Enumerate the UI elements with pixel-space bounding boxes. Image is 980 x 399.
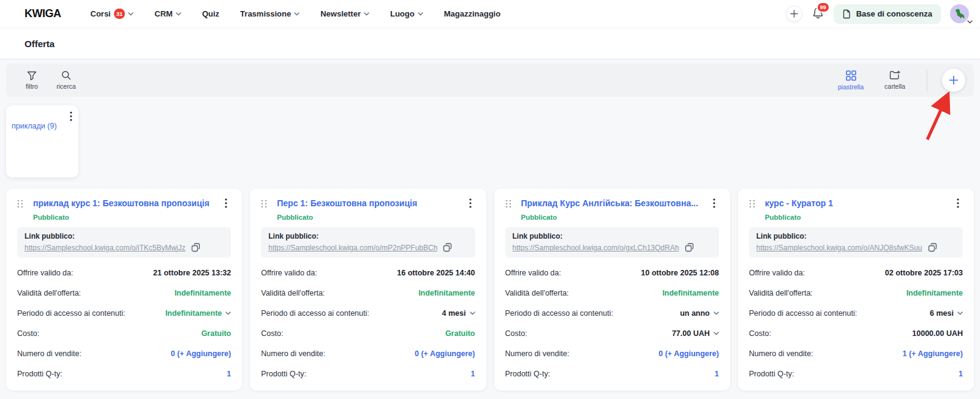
kebab-menu-icon: [70, 111, 72, 121]
valid-from-row: Offrire valido da: 21 ottobre 2025 13:32: [17, 263, 231, 283]
access-period-dropdown[interactable]: [225, 311, 231, 315]
access-period-row: Periodo di accesso ai contenuti: Indefin…: [17, 303, 231, 323]
toolbar-divider: [927, 69, 927, 91]
sales-value-add-link[interactable]: 0 (+ Aggiungere): [171, 349, 232, 358]
access-period-value: 4 mesi: [442, 309, 466, 318]
page-header: Offerta: [0, 28, 980, 59]
plus-icon: [949, 75, 959, 85]
products-label: Prodotti Q-ty:: [505, 370, 551, 378]
offer-card: Перс 1: Безкоштовна пропозиція Pubblicat…: [250, 188, 486, 390]
drag-handle-icon[interactable]: [505, 200, 511, 208]
sales-label: Numero di vendite:: [17, 349, 81, 358]
offer-menu-button[interactable]: [221, 197, 231, 212]
offer-title-link[interactable]: приклад курс 1: Безкоштовна пропозиція: [33, 197, 216, 209]
products-value[interactable]: 1: [959, 370, 963, 378]
cost-dropdown[interactable]: [714, 332, 719, 335]
nav-item-quiz[interactable]: Quiz: [202, 9, 219, 18]
public-link-label: Link pubblico:: [756, 231, 956, 242]
products-label: Prodotti Q-ty:: [17, 370, 62, 378]
copy-link-button[interactable]: [443, 243, 452, 252]
access-period-row: Periodo di accesso ai contenuti: 4 mesi: [261, 303, 475, 323]
offer-card: приклад курс 1: Безкоштовна пропозиція P…: [6, 188, 242, 390]
folder-card[interactable]: приклади (9): [6, 105, 78, 177]
public-link-url[interactable]: https://Sampleschool.kwiga.com/o/mP2nPPF…: [268, 244, 437, 252]
sales-value-add-link[interactable]: 0 (+ Aggiungere): [415, 349, 475, 358]
validity-label: Validità dell'offerta:: [505, 289, 569, 297]
offer-title-link[interactable]: Перс 1: Безкоштовна пропозиція: [277, 197, 460, 209]
access-period-dropdown[interactable]: [470, 311, 475, 315]
products-label: Prodotti Q-ty:: [749, 370, 794, 378]
create-folder-label: cartella: [884, 83, 905, 90]
products-value[interactable]: 1: [715, 370, 719, 378]
tile-view-label: piastrella: [838, 83, 864, 91]
sales-value-add-link[interactable]: 1 (+ Aggiungere): [902, 349, 963, 358]
dinosaur-icon: [953, 7, 967, 21]
offer-title-link[interactable]: курс - Куратор 1: [765, 197, 948, 209]
copy-link-button[interactable]: [685, 243, 694, 252]
copy-icon: [191, 243, 200, 252]
offer-menu-button[interactable]: [709, 197, 719, 212]
sales-value-add-link[interactable]: 0 (+ Aggiungere): [658, 349, 719, 358]
products-row: Prodotti Q-ty: 1: [505, 364, 719, 384]
products-value[interactable]: 1: [471, 370, 475, 378]
quick-add-button[interactable]: [786, 6, 802, 22]
offer-menu-button[interactable]: [466, 197, 475, 212]
filter-button[interactable]: filtro: [15, 71, 49, 90]
access-period-value: un anno: [680, 309, 710, 318]
access-period-label: Periodo di accesso ai contenuti:: [749, 309, 858, 318]
offer-menu-button[interactable]: [953, 197, 963, 212]
public-link-url[interactable]: https://Sampleschool.kwiga.com/o/jTKc5By…: [24, 244, 186, 252]
search-button[interactable]: ricerca: [49, 70, 83, 90]
create-folder-button[interactable]: cartella: [878, 70, 912, 90]
add-offer-button[interactable]: [942, 69, 965, 92]
validity-label: Validità dell'offerta:: [749, 289, 813, 297]
access-period-label: Periodo di accesso ai contenuti:: [505, 309, 614, 318]
account-menu[interactable]: [950, 4, 969, 23]
nav-item-label: Trasmissione: [240, 9, 291, 18]
access-period-dropdown[interactable]: [957, 311, 963, 315]
access-period-label: Periodo di accesso ai contenuti:: [17, 309, 126, 318]
folder-name[interactable]: приклади (9): [12, 122, 57, 130]
sales-label: Numero di vendite:: [749, 349, 813, 358]
copy-link-button[interactable]: [928, 243, 937, 252]
public-link-url[interactable]: https://Sampleschool.kwiga.com/o/ANJQ8sf…: [756, 244, 922, 252]
access-period-dropdown[interactable]: [714, 311, 719, 315]
nav-item-luogo[interactable]: Luogo: [390, 9, 423, 18]
nav-item-corsi[interactable]: Corsi 31: [91, 9, 134, 19]
offer-card: курс - Куратор 1 Pubblicato Link pubblic…: [738, 188, 974, 390]
copy-link-button[interactable]: [191, 243, 200, 252]
drag-handle-icon[interactable]: [261, 200, 267, 208]
access-period-row: Periodo di accesso ai contenuti: un anno: [505, 303, 719, 323]
products-value[interactable]: 1: [227, 370, 231, 378]
valid-from-row: Offrire valido da: 16 ottobre 2025 14:40: [261, 263, 475, 283]
status-badge: Pubblicato: [521, 214, 719, 221]
copy-icon: [928, 243, 937, 252]
public-link-label: Link pubblico:: [268, 231, 467, 242]
valid-from-value: 21 ottobre 2025 13:32: [153, 269, 231, 277]
public-link-url[interactable]: https://Sampleschool.kwiga.com/o/gxLCh13…: [513, 244, 679, 252]
validity-row: Validità dell'offerta: Indefinitamente: [505, 283, 719, 303]
nav-item-trasmissione[interactable]: Trasmissione: [240, 9, 300, 18]
valid-from-value: 16 ottobre 2025 14:40: [397, 269, 475, 277]
tile-view-toggle[interactable]: piastrella: [834, 70, 868, 91]
top-navigation-bar: KWIGA Corsi 31 CRM Quiz Trasmissione New…: [0, 0, 980, 28]
topbar-right-cluster: 99 Base di conoscenza: [786, 4, 970, 24]
sales-label: Numero di vendite:: [261, 349, 325, 358]
nav-item-label: Corsi: [91, 9, 111, 18]
drag-handle-icon[interactable]: [17, 200, 23, 208]
knowledge-base-button[interactable]: Base di conoscenza: [834, 4, 941, 24]
access-period-value: Indefinitamente: [165, 309, 222, 318]
filter-label: filtro: [26, 83, 38, 90]
validity-value: Indefinitamente: [662, 289, 718, 297]
notifications-button[interactable]: 99: [812, 6, 824, 22]
nav-item-magazzinaggio[interactable]: Magazzinaggio: [444, 9, 500, 18]
nav-item-crm[interactable]: CRM: [154, 9, 181, 18]
folder-menu-button[interactable]: [66, 110, 76, 125]
offer-title-link[interactable]: Приклад Курс Анлгійська: Безкоштовна...: [521, 197, 704, 209]
access-period-value: 6 mesi: [930, 309, 954, 318]
nav-item-newsletter[interactable]: Newsletter: [320, 9, 369, 18]
validity-value: Indefinitamente: [907, 289, 963, 297]
copy-icon: [685, 243, 694, 252]
valid-from-row: Offrire valido da: 02 ottobre 2025 17:03: [749, 263, 963, 283]
drag-handle-icon[interactable]: [749, 200, 755, 208]
